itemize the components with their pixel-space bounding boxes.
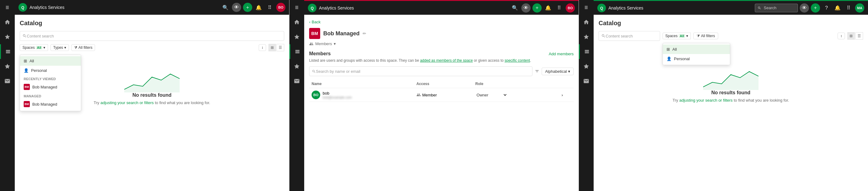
sidebar-hamburger-1[interactable]: ☰ xyxy=(0,0,15,15)
sidebar-favorites-3[interactable] xyxy=(579,30,594,44)
sidebar-home-3[interactable] xyxy=(579,15,594,30)
allfilters-btn-3[interactable]: ⧩ All filters xyxy=(693,33,718,39)
allfilters-btn-1[interactable]: ⧩ All filters xyxy=(71,44,95,51)
dropdown-item-personal-3[interactable]: 👤 Personal xyxy=(663,54,730,64)
sidebar-favorites-1[interactable] xyxy=(0,30,15,44)
list-view-btn-3[interactable]: ☰ xyxy=(856,32,863,40)
sidebar-panel-1: ☰ xyxy=(0,0,15,191)
search-button-1[interactable]: 🔍 xyxy=(221,3,230,12)
sidebar-messages-1[interactable] xyxy=(0,74,15,88)
dropdown-item-recent-bobmanaged-1[interactable]: BM Bob Managed xyxy=(20,81,81,92)
members-search-bar-2[interactable] xyxy=(309,66,532,76)
search-input-1[interactable] xyxy=(27,34,281,38)
notifications-button-1[interactable]: 🔔 xyxy=(254,3,263,12)
sort-btn-1[interactable]: ↕ xyxy=(259,44,266,51)
topbar-search-input-3[interactable] xyxy=(761,4,792,11)
types-filter-1[interactable]: Types ▾ xyxy=(51,44,69,51)
sidebar-catalog-3[interactable] xyxy=(579,44,594,59)
topbar-1: Q Analytics Services 🔍 👁 ＋ 🔔 ⠿ BO xyxy=(15,0,289,15)
sort-icon-1: ↕ xyxy=(261,45,263,50)
allfilters-label-1: All filters xyxy=(79,45,92,50)
list-view-btn-1[interactable]: ☰ xyxy=(277,44,284,51)
sidebar-messages-2[interactable] xyxy=(289,74,304,88)
table-header-row-2: Name Access Role xyxy=(309,80,574,88)
waffle-button-1[interactable]: ⠿ xyxy=(265,3,274,12)
page-content-3: Catalog Spaces All ▾ xyxy=(594,15,868,191)
add-members-btn-2[interactable]: Add members xyxy=(549,51,574,56)
sidebar-home-1[interactable] xyxy=(0,15,15,30)
add-button-3[interactable]: ＋ xyxy=(811,3,820,12)
spaces-filter-btn-3[interactable]: Spaces All ▾ xyxy=(662,33,691,39)
search-bar-1[interactable] xyxy=(20,31,284,41)
member-action-cell-2: › xyxy=(559,88,574,102)
members-filter-row-2: Alphabetical ▾ xyxy=(309,66,574,76)
sidebar-catalog-1[interactable] xyxy=(0,44,15,59)
sidebar-collections-3[interactable] xyxy=(579,59,594,74)
grid-view-btn-1[interactable]: ⊞ xyxy=(269,44,276,51)
sidebar-messages-3[interactable] xyxy=(579,74,594,88)
accessibility-button-1[interactable]: 👁 xyxy=(232,3,241,12)
dropdown-item-all-3[interactable]: ⊞ All xyxy=(663,44,730,54)
no-results-3: No results found Try adjusting your sear… xyxy=(598,53,863,115)
sidebar-favorites-2[interactable] xyxy=(289,30,304,44)
personal-label-3: Personal xyxy=(674,56,690,61)
adjust-link-1[interactable]: adjusting your search or filters xyxy=(100,101,154,105)
personal-icon-1: 👤 xyxy=(24,68,29,73)
sidebar-hamburger-3[interactable]: ☰ xyxy=(579,0,594,15)
avatar-2[interactable]: BO xyxy=(566,3,575,12)
member-info-2: bob bob@example.com xyxy=(323,91,352,99)
topbar-title-3: Analytics Services xyxy=(609,5,752,10)
main-panel-1: Q Analytics Services 🔍 👁 ＋ 🔔 ⠿ BO Catalo… xyxy=(15,0,289,191)
avatar-1[interactable]: BO xyxy=(276,3,285,12)
adjust-link-3[interactable]: adjusting your search or filters xyxy=(679,98,732,103)
sidebar-hamburger-2[interactable]: ☰ xyxy=(289,0,304,15)
page-content-2: ‹ Back BM Bob Managed ✏ Members ▾ Member… xyxy=(304,15,579,191)
avatar-3[interactable]: MA xyxy=(855,3,864,12)
dropdown-item-all-1[interactable]: ⊞ All xyxy=(20,56,81,66)
grid-view-btn-3[interactable]: ⊞ xyxy=(847,32,855,40)
spaces-filter-btn-1[interactable]: Spaces All ▾ xyxy=(20,44,48,51)
view-btns-1: ⊞ ☰ xyxy=(269,44,284,51)
accessibility-button-2[interactable]: 👁 xyxy=(521,3,531,12)
add-button-2[interactable]: ＋ xyxy=(532,3,541,12)
search-input-3[interactable] xyxy=(606,34,657,38)
waffle-button-2[interactable]: ⠿ xyxy=(555,3,564,12)
members-search-icon-2 xyxy=(312,69,316,73)
search-bar-3[interactable] xyxy=(598,31,660,41)
topbar-actions-3: 👁 ＋ ? 🔔 ⠿ MA xyxy=(755,3,864,12)
all-icon-1: ⊞ xyxy=(24,59,27,63)
member-role-select-2[interactable]: Owner Can view Can contribute xyxy=(475,92,507,98)
sidebar-collections-2[interactable] xyxy=(289,59,304,74)
notifications-button-2[interactable]: 🔔 xyxy=(544,3,553,12)
members-link-2[interactable]: added as members of the space xyxy=(420,59,473,63)
help-button-3[interactable]: ? xyxy=(822,3,831,12)
main-panel-2: Q Analytics Services 🔍 👁 ＋ 🔔 ⠿ BO ‹ xyxy=(304,0,579,191)
specific-content-link-2[interactable]: specific content xyxy=(504,59,530,63)
sidebar-catalog-2[interactable] xyxy=(289,44,304,59)
members-search-input-2[interactable] xyxy=(316,69,530,74)
search-button-2[interactable]: 🔍 xyxy=(510,3,520,12)
all-icon-3: ⊞ xyxy=(666,47,670,51)
search-box-3[interactable] xyxy=(755,4,798,12)
sidebar-home-2[interactable] xyxy=(289,15,304,30)
edit-icon-2[interactable]: ✏ xyxy=(363,31,366,36)
svg-text:Q: Q xyxy=(311,6,314,10)
topbar-3: Q Analytics Services 👁 ＋ ? 🔔 ⠿ MA xyxy=(594,0,868,15)
member-sub-2[interactable]: Members ▾ xyxy=(309,41,574,46)
member-name-cell-2: BO bob bob@example.com xyxy=(309,88,414,102)
sort-label-2: Alphabetical xyxy=(545,69,567,74)
back-link-2[interactable]: ‹ Back xyxy=(309,20,574,24)
waffle-button-3[interactable]: ⠿ xyxy=(844,3,853,12)
add-button-1[interactable]: ＋ xyxy=(243,3,252,12)
notifications-button-3[interactable]: 🔔 xyxy=(833,3,842,12)
svg-text:Q: Q xyxy=(21,5,24,10)
members-sort-btn-2[interactable]: Alphabetical ▾ xyxy=(541,68,574,75)
dropdown-item-managed-bobmanaged-1[interactable]: BM Bob Managed xyxy=(20,99,81,110)
accessibility-button-3[interactable]: 👁 xyxy=(800,3,809,12)
member-access-wrap-2: Member xyxy=(416,93,471,97)
sort-btn-3[interactable]: ↕ xyxy=(838,33,845,39)
topbar-actions-1: 🔍 👁 ＋ 🔔 ⠿ BO xyxy=(221,3,285,12)
dropdown-item-personal-1[interactable]: 👤 Personal xyxy=(20,66,81,75)
topbar-title-2: Analytics Services xyxy=(319,5,508,10)
sidebar-collections-1[interactable] xyxy=(0,59,15,74)
